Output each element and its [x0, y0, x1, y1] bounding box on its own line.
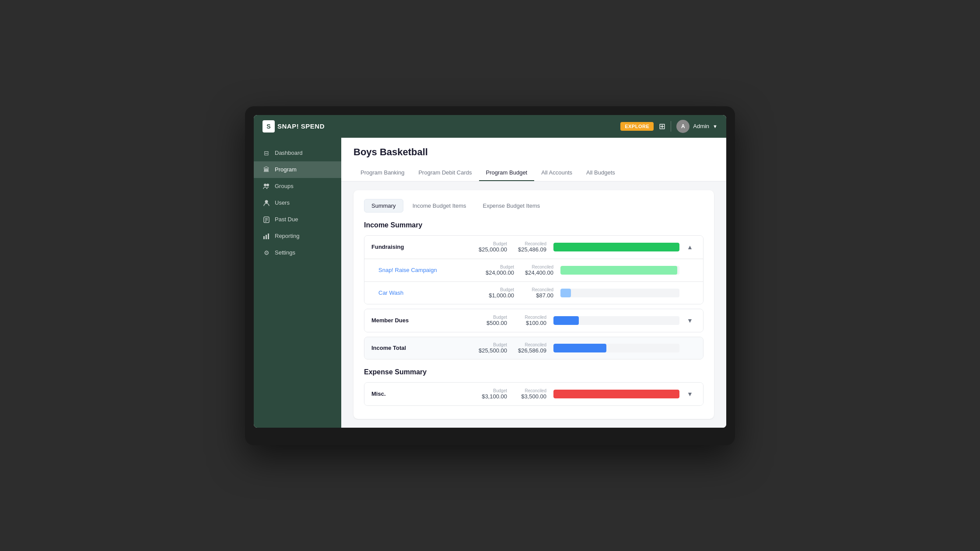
sub-tab-expense-budget-items[interactable]: Expense Budget Items	[475, 199, 547, 213]
sub-tab-income-budget-items[interactable]: Income Budget Items	[405, 199, 474, 213]
main-layout: ⊟ Dashboard 🏛 Program	[254, 138, 726, 428]
member-dues-row: Member Dues Budget $500.00 Reconciled $1…	[364, 309, 703, 332]
car-wash-bar-fill	[560, 289, 571, 297]
sidebar-item-label: Dashboard	[275, 150, 303, 156]
logo-area: S SNAP! SPEND	[262, 120, 325, 133]
snap-raise-row: Snap! Raise Campaign Budget $24,000.00 R…	[364, 259, 703, 282]
income-total-bar-fill	[553, 344, 606, 352]
laptop-frame: S SNAP! SPEND EXPLORE ⊞ A Admin ▼	[245, 106, 735, 445]
member-dues-chevron[interactable]: ▼	[684, 314, 696, 327]
sub-tab-summary[interactable]: Summary	[364, 199, 403, 213]
car-wash-row: Car Wash Budget $1,000.00 Reconciled $87…	[364, 282, 703, 304]
misc-bar	[553, 390, 679, 398]
user-area[interactable]: A Admin ▼	[676, 120, 718, 133]
page-title: Boys Basketball	[354, 146, 714, 158]
tab-program-budget[interactable]: Program Budget	[479, 165, 535, 181]
svg-rect-8	[266, 235, 267, 239]
member-dues-bar-fill	[553, 316, 579, 325]
sidebar-item-dashboard[interactable]: ⊟ Dashboard	[254, 145, 341, 161]
sidebar-item-past-due[interactable]: Past Due	[254, 211, 341, 228]
car-wash-budget: Budget $1,000.00	[475, 287, 514, 299]
sidebar-item-settings[interactable]: ⚙ Settings	[254, 244, 341, 261]
income-total-reconciled: Reconciled $26,586.09	[507, 342, 546, 354]
sidebar-item-label: Reporting	[275, 233, 299, 239]
misc-reconciled: Reconciled $3,500.00	[507, 388, 546, 400]
fundraising-bar	[553, 243, 679, 251]
member-dues-bar	[553, 316, 679, 325]
page-tabs: Program Banking Program Debit Cards Prog…	[354, 165, 714, 181]
tab-program-debit-cards[interactable]: Program Debit Cards	[411, 165, 479, 181]
member-dues-reconciled: Reconciled $100.00	[507, 315, 546, 326]
misc-row: Misc. Budget $3,100.00 Reconciled $3,500…	[364, 383, 703, 405]
car-wash-reconciled: Reconciled $87.00	[514, 287, 553, 299]
car-wash-label[interactable]: Car Wash	[378, 289, 475, 296]
income-total-group: Income Total Budget $25,500.00 Reconcile…	[364, 337, 704, 359]
income-total-row: Income Total Budget $25,500.00 Reconcile…	[364, 337, 703, 359]
sidebar-item-program[interactable]: 🏛 Program	[254, 161, 341, 178]
logo-icon: S	[262, 120, 275, 133]
income-total-label: Income Total	[371, 345, 468, 351]
member-dues-group: Member Dues Budget $500.00 Reconciled $1…	[364, 309, 704, 332]
fundraising-budget: Budget $25,000.00	[468, 241, 507, 253]
sidebar-item-users[interactable]: Users	[254, 195, 341, 211]
dashboard-icon: ⊟	[262, 149, 270, 157]
income-total-bar	[553, 344, 679, 352]
sidebar-item-label: Settings	[275, 249, 295, 256]
misc-chevron[interactable]: ▼	[684, 388, 696, 400]
fundraising-label: Fundraising	[371, 244, 468, 250]
users-icon	[262, 199, 270, 207]
svg-rect-9	[268, 234, 269, 239]
user-name: Admin	[693, 123, 709, 129]
content-body: Summary Income Budget Items Expense Budg…	[341, 181, 726, 428]
chevron-down-icon: ▼	[713, 124, 718, 129]
sub-tabs: Summary Income Budget Items Expense Budg…	[364, 199, 704, 213]
program-icon: 🏛	[262, 166, 270, 174]
expense-section-title: Expense Summary	[364, 368, 704, 376]
income-section-title: Income Summary	[364, 221, 704, 229]
budget-card: Summary Income Budget Items Expense Budg…	[354, 190, 714, 419]
logo-text: SNAP! SPEND	[277, 122, 325, 130]
sidebar-item-reporting[interactable]: Reporting	[254, 228, 341, 244]
sidebar-item-label: Users	[275, 199, 290, 206]
top-nav: S SNAP! SPEND EXPLORE ⊞ A Admin ▼	[254, 115, 726, 138]
svg-point-1	[266, 184, 269, 186]
svg-point-0	[264, 184, 266, 186]
svg-point-2	[265, 200, 268, 203]
snap-raise-budget: Budget $24,000.00	[475, 265, 514, 276]
snap-raise-bar-fill	[560, 266, 677, 275]
car-wash-bar	[560, 289, 679, 297]
reporting-icon	[262, 232, 270, 240]
snap-raise-bar	[560, 266, 679, 275]
tab-program-banking[interactable]: Program Banking	[354, 165, 411, 181]
misc-budget: Budget $3,100.00	[468, 388, 507, 400]
sidebar: ⊟ Dashboard 🏛 Program	[254, 138, 341, 428]
tab-all-budgets[interactable]: All Budgets	[579, 165, 622, 181]
sidebar-item-groups[interactable]: Groups	[254, 178, 341, 195]
sidebar-item-label: Program	[275, 166, 297, 173]
fundraising-row: Fundraising Budget $25,000.00 Reconciled…	[364, 236, 703, 259]
settings-icon: ⚙	[262, 249, 270, 257]
snap-raise-label[interactable]: Snap! Raise Campaign	[378, 267, 475, 273]
content-area: Boys Basketball Program Banking Program …	[341, 138, 726, 428]
expense-section: Expense Summary Misc. Budget $3,100.00	[364, 368, 704, 406]
member-dues-label: Member Dues	[371, 317, 468, 324]
tab-all-accounts[interactable]: All Accounts	[534, 165, 579, 181]
nav-divider	[671, 121, 671, 132]
misc-bar-fill	[553, 390, 679, 398]
fundraising-reconciled: Reconciled $25,486.09	[507, 241, 546, 253]
misc-group: Misc. Budget $3,100.00 Reconciled $3,500…	[364, 382, 704, 406]
svg-rect-7	[263, 236, 265, 239]
fundraising-bar-fill	[553, 243, 679, 251]
screen: S SNAP! SPEND EXPLORE ⊞ A Admin ▼	[254, 115, 726, 428]
explore-button[interactable]: EXPLORE	[620, 122, 654, 131]
past-due-icon	[262, 216, 270, 223]
misc-label: Misc.	[371, 391, 468, 397]
grid-icon[interactable]: ⊞	[659, 122, 665, 131]
avatar: A	[676, 120, 690, 133]
sidebar-item-label: Past Due	[275, 216, 298, 223]
sidebar-item-label: Groups	[275, 183, 294, 189]
groups-icon	[262, 182, 270, 190]
income-total-budget: Budget $25,500.00	[468, 342, 507, 354]
fundraising-chevron[interactable]: ▲	[684, 241, 696, 253]
nav-right: EXPLORE ⊞ A Admin ▼	[620, 120, 718, 133]
